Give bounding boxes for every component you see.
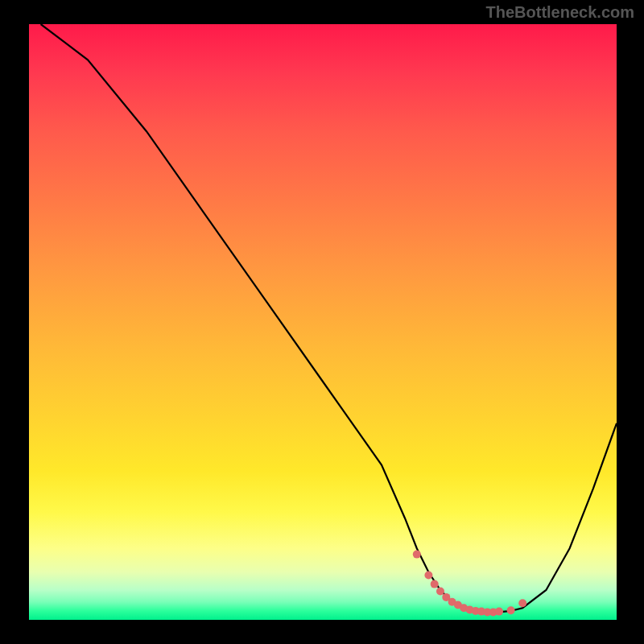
curve-path [41, 24, 617, 612]
marker-dot [518, 599, 526, 607]
plot-area [29, 24, 617, 620]
marker-dot [431, 580, 439, 588]
chart-container: TheBottleneck.com [0, 0, 644, 644]
chart-svg [29, 24, 617, 620]
bottleneck-curve [41, 24, 617, 612]
watermark-text: TheBottleneck.com [486, 3, 634, 22]
marker-dot [424, 572, 432, 580]
highlight-markers [413, 551, 526, 617]
marker-dot [507, 606, 515, 614]
marker-dot [436, 588, 444, 596]
marker-dot [495, 608, 503, 616]
marker-dot [413, 551, 421, 559]
